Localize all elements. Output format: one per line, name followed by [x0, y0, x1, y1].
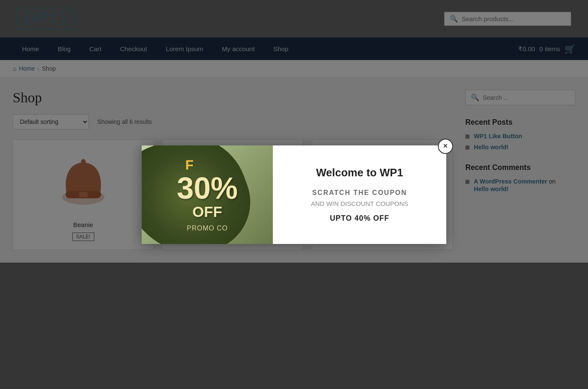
coupon-off: OFF [177, 203, 238, 220]
popup-body: AND WIN DISCOUNT COUPONS [311, 200, 408, 207]
popup-overlay[interactable]: × F 30% OFF PROMO CO Welcome to WP1 SCRA… [0, 0, 588, 389]
popup-title: Welcome to WP1 [316, 167, 403, 179]
popup-subtitle: SCRATCH THE COUPON [312, 189, 407, 197]
popup-right-panel: Welcome to WP1 SCRATCH THE COUPON AND WI… [273, 145, 446, 244]
popup-cta: UPTO 40% OFF [330, 214, 390, 223]
coupon-percent: 30% [177, 173, 238, 203]
popup: × F 30% OFF PROMO CO Welcome to WP1 SCRA… [142, 145, 446, 244]
popup-close-button[interactable]: × [438, 139, 453, 154]
coupon-text-group: F 30% OFF PROMO CO [177, 157, 238, 232]
coupon-promo: PROMO CO [177, 225, 238, 232]
coupon-f-letter: F [185, 157, 238, 173]
popup-left-panel: F 30% OFF PROMO CO [142, 145, 273, 244]
